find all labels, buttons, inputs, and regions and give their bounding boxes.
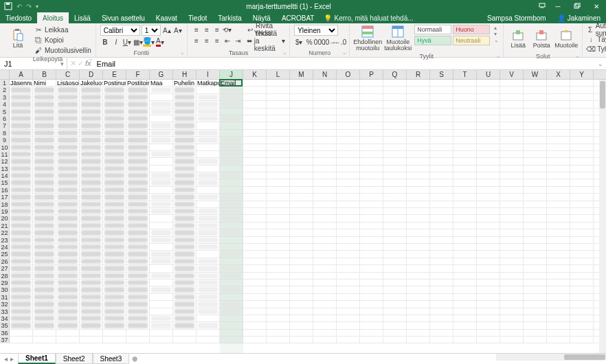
cell[interactable]: [524, 244, 547, 250]
cell[interactable]: [360, 229, 383, 236]
cell[interactable]: [313, 229, 337, 236]
cell[interactable]: [33, 265, 56, 271]
cell[interactable]: [360, 80, 383, 86]
cell[interactable]: [407, 172, 430, 179]
cell[interactable]: [383, 137, 407, 143]
cell[interactable]: [524, 122, 547, 128]
vscroll-thumb[interactable]: [600, 81, 605, 109]
cell[interactable]: [150, 158, 173, 164]
cell[interactable]: [524, 258, 547, 264]
cell[interactable]: [547, 286, 570, 293]
cell[interactable]: [10, 130, 33, 136]
cell[interactable]: [547, 80, 570, 86]
cell[interactable]: [290, 80, 313, 86]
cell[interactable]: [477, 151, 500, 157]
cell[interactable]: [56, 208, 80, 214]
cell[interactable]: [453, 322, 477, 328]
cell[interactable]: [383, 337, 407, 343]
cell[interactable]: [570, 80, 594, 86]
cell[interactable]: [33, 144, 56, 150]
cell[interactable]: [290, 330, 313, 336]
cell[interactable]: [267, 273, 290, 279]
cell[interactable]: [33, 237, 56, 243]
cell[interactable]: [10, 94, 33, 100]
cell[interactable]: [477, 187, 500, 193]
cell[interactable]: [337, 294, 360, 300]
cell[interactable]: [547, 322, 570, 328]
cell[interactable]: [220, 337, 243, 343]
cell[interactable]: [150, 286, 173, 293]
ribbon-options-icon[interactable]: [539, 3, 546, 10]
cell[interactable]: [524, 94, 547, 100]
cell[interactable]: [150, 215, 173, 221]
number-format-select[interactable]: Yleinen: [294, 25, 338, 36]
cell[interactable]: [524, 87, 547, 93]
cell[interactable]: [570, 237, 594, 243]
cell[interactable]: [337, 244, 360, 250]
cell[interactable]: [407, 115, 430, 122]
cell[interactable]: [524, 294, 547, 300]
cell[interactable]: [383, 101, 407, 107]
cell[interactable]: [337, 330, 360, 336]
row-head-24[interactable]: 24: [0, 244, 10, 250]
cell[interactable]: [360, 286, 383, 293]
cell[interactable]: [56, 330, 80, 336]
cell[interactable]: [243, 286, 267, 293]
cell[interactable]: [337, 122, 360, 128]
cell[interactable]: [500, 280, 524, 286]
cell[interactable]: [173, 322, 197, 328]
cell[interactable]: [290, 187, 313, 193]
cell[interactable]: [126, 94, 150, 100]
cell[interactable]: [524, 308, 547, 315]
cell[interactable]: [80, 223, 103, 229]
cell[interactable]: [383, 280, 407, 286]
cell[interactable]: [570, 194, 594, 200]
cell[interactable]: [10, 172, 33, 179]
cell[interactable]: [360, 330, 383, 336]
cell[interactable]: [10, 194, 33, 200]
cell[interactable]: [383, 179, 407, 185]
row-head-37[interactable]: 37: [0, 337, 10, 343]
cell[interactable]: [430, 115, 453, 122]
cell[interactable]: [477, 94, 500, 100]
cell[interactable]: [360, 137, 383, 143]
cell[interactable]: [197, 265, 220, 271]
cell[interactable]: [313, 301, 337, 307]
cell[interactable]: [383, 144, 407, 150]
cell[interactable]: [337, 166, 360, 172]
cell[interactable]: [524, 237, 547, 243]
cell[interactable]: [430, 144, 453, 150]
column-head-G[interactable]: G: [150, 70, 173, 79]
cell[interactable]: [313, 144, 337, 150]
cell[interactable]: [33, 201, 56, 207]
cell[interactable]: [173, 179, 197, 185]
cell[interactable]: [453, 194, 477, 200]
cell[interactable]: [197, 172, 220, 179]
cell[interactable]: [10, 251, 33, 257]
style-good[interactable]: Hyvä: [414, 36, 451, 45]
cell[interactable]: [290, 308, 313, 315]
cell[interactable]: [150, 172, 173, 179]
column-head-J[interactable]: J: [220, 70, 243, 79]
cell[interactable]: [547, 151, 570, 157]
autosum-button[interactable]: ΣAutomaattinen summa▾: [587, 25, 606, 34]
cell[interactable]: [150, 201, 173, 207]
cell[interactable]: [570, 315, 594, 321]
cell[interactable]: [197, 280, 220, 286]
cell[interactable]: [290, 229, 313, 236]
fill-color-button[interactable]: 🪣▾: [144, 37, 154, 47]
cell[interactable]: [313, 251, 337, 257]
cell[interactable]: [430, 330, 453, 336]
row-head-34[interactable]: 34: [0, 315, 10, 321]
cell[interactable]: [407, 109, 430, 115]
cell[interactable]: [10, 265, 33, 271]
cell[interactable]: [500, 166, 524, 172]
cell[interactable]: [477, 322, 500, 328]
cell[interactable]: [407, 315, 430, 321]
cell[interactable]: [313, 286, 337, 293]
cell[interactable]: [33, 101, 56, 107]
cell[interactable]: [126, 101, 150, 107]
cell[interactable]: [477, 109, 500, 115]
cell[interactable]: [453, 258, 477, 264]
cell[interactable]: [33, 179, 56, 185]
